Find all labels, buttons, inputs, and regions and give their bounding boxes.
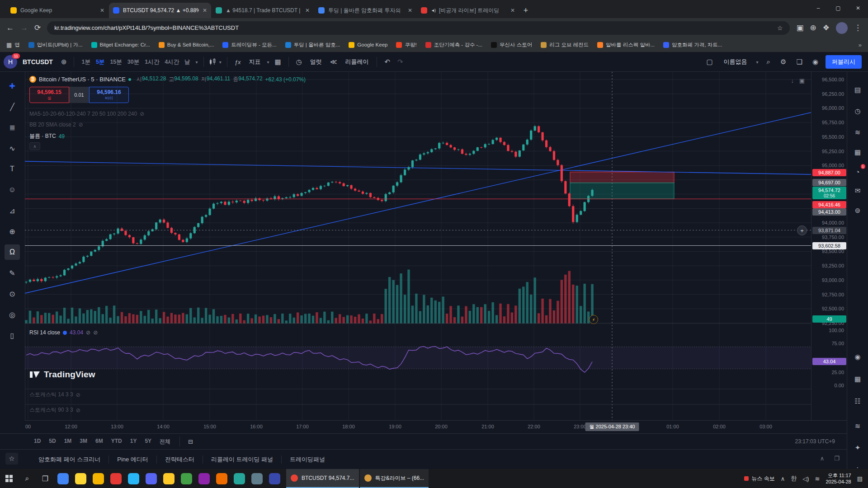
- interval-button-30분[interactable]: 30분: [125, 56, 142, 68]
- bottom-tab[interactable]: 리플레이 트레이딩 패널: [203, 455, 282, 464]
- settings-gear-icon[interactable]: ⚙: [778, 56, 789, 68]
- indicators-button[interactable]: 지표: [245, 56, 264, 68]
- chart-style-icon[interactable]: [208, 58, 217, 66]
- fib-retracement-tool[interactable]: ≣: [5, 120, 20, 135]
- interval-button-5분[interactable]: 5분: [93, 56, 107, 68]
- stoch14-legend[interactable]: 스토캐스틱 14 3 3 ⊘: [29, 391, 80, 399]
- bookmark-item[interactable]: 투딩 | 올바른 암호...: [285, 42, 340, 48]
- new-tab-button[interactable]: +: [519, 4, 532, 17]
- interval-button-1시간[interactable]: 1시간: [142, 56, 162, 68]
- eye-off-icon[interactable]: ⊘: [76, 392, 80, 398]
- taskbar-app-icon-13[interactable]: [269, 473, 280, 484]
- emoji-tool[interactable]: ☺: [5, 182, 20, 197]
- taskbar-app-icon-12[interactable]: [251, 473, 263, 484]
- sell-button[interactable]: 94,596.15 셀: [29, 87, 69, 103]
- pane-collapse-icon[interactable]: ↓: [791, 77, 794, 84]
- bookmark-item[interactable]: 무신사 스토어: [491, 42, 532, 48]
- tab-audio-icon[interactable]: ◄): [431, 8, 435, 13]
- panel-open-icon[interactable]: ∧: [820, 455, 825, 462]
- legend-title[interactable]: Bitcoin / TetherUS · 5 · BINANCE: [39, 76, 126, 83]
- time-axis[interactable]: 월 2025-04-28 23:40 0012:0013:0014:0015:0…: [25, 420, 847, 434]
- ma-indicator-legend[interactable]: MA5-10-20-60-120-240 7 20 50 100 200 240…: [29, 111, 144, 117]
- interval-button-15분[interactable]: 15분: [107, 56, 124, 68]
- minimize-button[interactable]: –: [808, 0, 828, 16]
- browser-tab[interactable]: Google Keep✕: [6, 3, 108, 18]
- browser-tab[interactable]: 투딩 | 올바른 암호화폐 투자의✕: [314, 3, 416, 18]
- tray-overflow-icon[interactable]: ∧: [781, 475, 785, 482]
- buy-button[interactable]: 94,596.16 바이: [89, 87, 129, 103]
- taskbar-window-button[interactable]: BTCUSDT 94,574.7...: [286, 469, 359, 488]
- bottom-tab[interactable]: 트레이딩패널: [282, 455, 333, 464]
- tab-close-icon[interactable]: ✕: [510, 7, 515, 14]
- symbol-button[interactable]: BTCUSDT: [19, 56, 57, 68]
- back-icon[interactable]: ←: [6, 23, 14, 33]
- taskbar-app-icon-10[interactable]: [216, 473, 227, 484]
- layout-chevron-icon[interactable]: ▾: [755, 60, 760, 65]
- zoom-in-tool[interactable]: ⊕: [5, 224, 20, 239]
- taskbar-app-icon-9[interactable]: [198, 473, 210, 484]
- interval-chevron-icon[interactable]: ▾: [195, 60, 199, 65]
- range-button-1Y[interactable]: 1Y: [127, 436, 141, 447]
- side-panel-icon[interactable]: ▣: [796, 23, 803, 33]
- favorites-star-icon[interactable]: ☆: [5, 453, 18, 465]
- extensions-icon[interactable]: ❖: [823, 23, 830, 33]
- tab-close-icon[interactable]: ✕: [408, 7, 412, 14]
- range-button-1M[interactable]: 1M: [61, 436, 75, 447]
- edit-tool[interactable]: ✎: [5, 265, 20, 281]
- bookmark-item[interactable]: 조단기예측 - 강수 -...: [425, 42, 482, 48]
- calendar-icon[interactable]: ▦: [851, 145, 864, 159]
- heatmap-icon[interactable]: ≋: [851, 419, 864, 433]
- browser-tab[interactable]: ▲ 94518.7 | Trade BTCUSDT |✕: [212, 3, 314, 18]
- start-button[interactable]: [0, 469, 18, 488]
- layout-name-button[interactable]: 이름없음: [720, 56, 751, 68]
- bookmark-item[interactable]: Buy & Sell Bitcoin,...: [159, 42, 214, 48]
- user-avatar[interactable]: H 11: [4, 55, 17, 69]
- taskbar-search-icon[interactable]: ⌕: [18, 469, 36, 488]
- news-widget[interactable]: 뉴스 속보: [744, 475, 774, 483]
- eye-off-icon[interactable]: ⊘: [86, 329, 90, 336]
- rsi-legend[interactable]: RSI 14 close 43.04 ⊘ ⊘: [29, 329, 98, 336]
- range-button-YTD[interactable]: YTD: [108, 436, 126, 447]
- tab-close-icon[interactable]: ✕: [203, 7, 207, 14]
- watchlist-icon[interactable]: ▤: [851, 83, 864, 97]
- server-clock[interactable]: 23:17:03 UTC+9: [795, 438, 835, 445]
- hide-tool[interactable]: ◎: [5, 307, 20, 322]
- economic-calendar-icon[interactable]: ▦: [851, 372, 864, 386]
- lock-tool[interactable]: ⊙: [5, 286, 20, 301]
- quick-search-icon[interactable]: ⌕: [764, 56, 773, 68]
- range-button-1D[interactable]: 1D: [30, 436, 44, 447]
- alert-button[interactable]: 얼럿: [307, 56, 326, 68]
- undo-icon[interactable]: ↶: [382, 56, 393, 68]
- interval-button-4시간[interactable]: 4시간: [162, 56, 182, 68]
- range-button-3M[interactable]: 3M: [76, 436, 91, 447]
- alerts-icon[interactable]: ◷: [851, 104, 864, 118]
- help-icon[interactable]: ◉: [851, 350, 864, 364]
- quantity-field[interactable]: 0.01: [69, 87, 89, 103]
- legend-collapse-button[interactable]: ∧: [29, 142, 40, 150]
- chart-pane[interactable]: ₿ Bitcoin / TetherUS · 5 · BINANCE 시94,5…: [25, 72, 811, 420]
- apps-shortcut[interactable]: ▦ 앱: [6, 42, 20, 48]
- eye-off-icon[interactable]: ⊘: [76, 407, 80, 413]
- profile-avatar[interactable]: [836, 22, 848, 34]
- bookmarks-overflow-icon[interactable]: »: [859, 42, 862, 48]
- fullscreen-icon[interactable]: ❏: [793, 56, 805, 68]
- chat-icon[interactable]: ✉: [851, 184, 864, 197]
- magnet-tool[interactable]: Ω: [5, 244, 20, 260]
- stoch90-legend[interactable]: 스토캐스틱 90 3 3 ⊘: [29, 406, 80, 414]
- taskbar-app-icon-3[interactable]: [93, 473, 104, 484]
- layout-box-icon[interactable]: ▢: [703, 56, 715, 68]
- bookmark-item[interactable]: Google Keep: [349, 42, 387, 48]
- maximize-button[interactable]: ▢: [828, 0, 848, 16]
- text-tool[interactable]: T: [5, 161, 20, 177]
- eye-off-icon[interactable]: ⊘: [93, 329, 98, 336]
- snapshot-camera-icon[interactable]: ◉: [810, 56, 821, 68]
- range-button-5D[interactable]: 5D: [45, 436, 59, 447]
- range-button-5Y[interactable]: 5Y: [141, 436, 155, 447]
- address-bar[interactable]: kr.tradingview.com/chart/pXPt14LB/?symbo…: [47, 21, 790, 35]
- bb-indicator-legend[interactable]: BB 20 SMA close 2 ⊘: [29, 122, 83, 128]
- taskbar-app-icon-6[interactable]: [146, 473, 157, 484]
- bookmark-item[interactable]: 암호화폐 가격, 차트...: [663, 42, 722, 48]
- bookmark-star-icon[interactable]: ☆: [777, 24, 783, 32]
- browser-tab[interactable]: BTCUSDT 94,574.72 ▲ +0.88%✕: [109, 3, 211, 18]
- news-icon[interactable]: ≋: [851, 126, 864, 139]
